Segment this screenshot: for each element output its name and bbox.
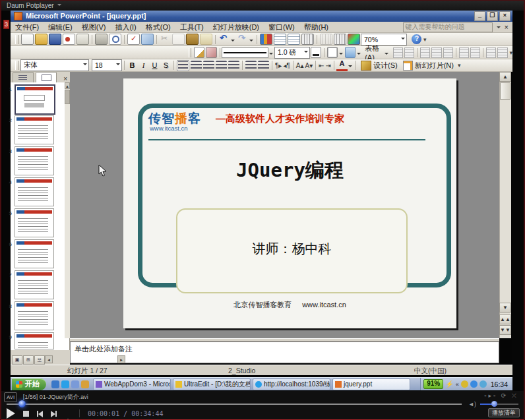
menu-help[interactable]: 帮助(H): [299, 22, 333, 32]
tables-borders-icon[interactable]: [288, 34, 300, 45]
pane-close-icon[interactable]: ×: [63, 75, 67, 82]
menu-tools[interactable]: 工具(T): [175, 22, 208, 32]
scroll-down-icon[interactable]: ▼: [499, 303, 511, 313]
toolbar-overflow-icon[interactable]: ▾: [423, 36, 427, 43]
slide-thumbnail-4[interactable]: [15, 177, 54, 206]
cut-icon[interactable]: [160, 34, 171, 44]
increase-indent-icon[interactable]: ⇥: [326, 62, 331, 69]
chevron-down-icon[interactable]: [497, 26, 501, 30]
new-icon[interactable]: [21, 34, 34, 45]
task-powerpoint[interactable]: jquery.ppt: [332, 378, 410, 390]
player-menu-caret-icon[interactable]: [57, 4, 61, 8]
decrease-font-icon[interactable]: A▾: [305, 62, 313, 69]
quicklaunch-explorer-icon[interactable]: [71, 380, 79, 388]
toolbar-grip[interactable]: [15, 61, 18, 70]
menu-window[interactable]: 窗口(W): [264, 22, 299, 32]
show-grid-icon[interactable]: [301, 34, 314, 45]
distribute-columns-icon[interactable]: [470, 47, 480, 58]
line-weight-dropdown-icon[interactable]: [304, 51, 308, 55]
ltr-text-icon[interactable]: ¶▸: [275, 62, 282, 69]
size-dropdown-icon[interactable]: [116, 63, 120, 67]
scroll-thumb[interactable]: [500, 82, 510, 100]
border-dropdown-icon[interactable]: [339, 53, 343, 57]
menubar-close-icon[interactable]: ×: [505, 23, 509, 31]
quicklaunch-ie-icon[interactable]: [61, 380, 69, 388]
fill-dropdown-icon[interactable]: [357, 53, 361, 57]
align-left-button[interactable]: [177, 60, 189, 71]
outside-border-icon[interactable]: [327, 47, 338, 58]
permission-icon[interactable]: [63, 34, 75, 45]
slide-thumbnail-7[interactable]: [15, 270, 54, 299]
volume-handle[interactable]: [491, 401, 497, 407]
player-view-icons[interactable]: ▫▸▫ ⟳ ⤬: [484, 392, 518, 400]
design-button[interactable]: 设计(S): [358, 60, 400, 71]
slide-thumbnail-1[interactable]: [15, 84, 55, 115]
spelling-icon[interactable]: [127, 34, 140, 45]
task-webapp[interactable]: WebAppDom3 - Microsof...: [93, 378, 171, 390]
next-button[interactable]: [51, 407, 57, 419]
quicklaunch-media-icon[interactable]: [81, 380, 89, 388]
seek-bar[interactable]: [7, 404, 462, 405]
table-direction2-icon[interactable]: [497, 47, 507, 58]
font-color-dropdown-icon[interactable]: [348, 65, 352, 69]
format-painter-icon[interactable]: [200, 34, 212, 45]
font-dropdown-icon[interactable]: [83, 63, 87, 67]
email-icon[interactable]: [77, 34, 89, 45]
redo-icon[interactable]: [237, 34, 248, 44]
font-name-combo[interactable]: 宋体: [20, 59, 89, 71]
playlist-button[interactable]: 播放清单: [488, 408, 520, 417]
insert-table-icon[interactable]: [274, 34, 286, 45]
distribute-rows-icon[interactable]: [459, 47, 469, 58]
task-ultraedit[interactable]: UltraEdit - [D:\我的文档...: [173, 378, 251, 390]
slide-thumbnail-2[interactable]: [15, 115, 54, 144]
color-grayscale-icon[interactable]: [348, 34, 360, 45]
toolbar-overflow-icon[interactable]: ▾: [458, 62, 461, 69]
start-button[interactable]: 开始: [12, 378, 46, 390]
decrease-indent-icon[interactable]: ⇤: [319, 62, 324, 69]
center-vertically-icon[interactable]: [431, 47, 441, 58]
normal-view-icon[interactable]: ▣: [12, 355, 22, 365]
menu-view[interactable]: 视图(V): [77, 22, 111, 32]
numbered-list-button[interactable]: [245, 61, 257, 71]
vertical-scrollbar[interactable]: [499, 72, 511, 338]
minimize-button[interactable]: _: [474, 11, 485, 21]
distribute-text-button[interactable]: [216, 61, 227, 71]
help-question-input[interactable]: 键入需要帮助的问题: [403, 22, 493, 32]
slide-thumbnail-6[interactable]: [15, 239, 54, 268]
merge-cells-icon[interactable]: [393, 47, 403, 58]
fill-color-icon[interactable]: [345, 47, 355, 58]
toolbar-grip[interactable]: [189, 48, 191, 57]
draw-table-icon[interactable]: [194, 47, 204, 58]
player-titlebar[interactable]: Daum Potplayer: [1, 1, 524, 11]
play-button[interactable]: [7, 408, 15, 419]
tray-chevron-icon[interactable]: «: [456, 381, 459, 388]
slide-thumbnail-5[interactable]: [15, 208, 54, 237]
columns-button[interactable]: [228, 61, 239, 71]
slide-canvas[interactable]: 传智播客 www.itcast.cn —高级软件人才实作培训专家 JQuery编…: [123, 78, 456, 328]
table-direction-icon[interactable]: [486, 47, 496, 58]
slide-thumbnail-3[interactable]: [15, 146, 54, 175]
zoom-dropdown-icon[interactable]: [401, 38, 405, 42]
line-style-dropdown-icon[interactable]: [269, 53, 273, 57]
menu-insert[interactable]: 插入(I): [110, 22, 140, 32]
restore-button[interactable]: ❐: [487, 11, 498, 21]
increase-font-icon[interactable]: A▴: [296, 62, 304, 69]
new-slide-button[interactable]: 新幻灯片(N): [400, 60, 456, 71]
align-bottom-icon[interactable]: [443, 47, 453, 58]
line-weight-combo[interactable]: 1.0 磅: [274, 47, 310, 59]
print-preview-icon[interactable]: [109, 34, 121, 45]
toolbar-grip[interactable]: [15, 35, 18, 44]
menu-edit[interactable]: 编辑(E): [44, 22, 77, 32]
table-menu-dropdown-icon[interactable]: [385, 53, 388, 57]
chart-icon[interactable]: [260, 34, 272, 45]
copy-icon[interactable]: [172, 34, 185, 45]
show-formatting-icon[interactable]: [320, 34, 332, 45]
rtl-text-icon[interactable]: ◂¶: [283, 62, 290, 69]
font-color-button[interactable]: A: [336, 59, 348, 71]
hscroll-right-icon[interactable]: ▸: [117, 355, 125, 363]
notes-pane[interactable]: 单击此处添加备注: [70, 342, 499, 363]
slideshow-view-icon[interactable]: 모: [34, 355, 45, 365]
slide-thumbnail-8[interactable]: [15, 301, 54, 330]
research-icon[interactable]: [141, 34, 154, 45]
tab-outline[interactable]: [13, 72, 34, 82]
